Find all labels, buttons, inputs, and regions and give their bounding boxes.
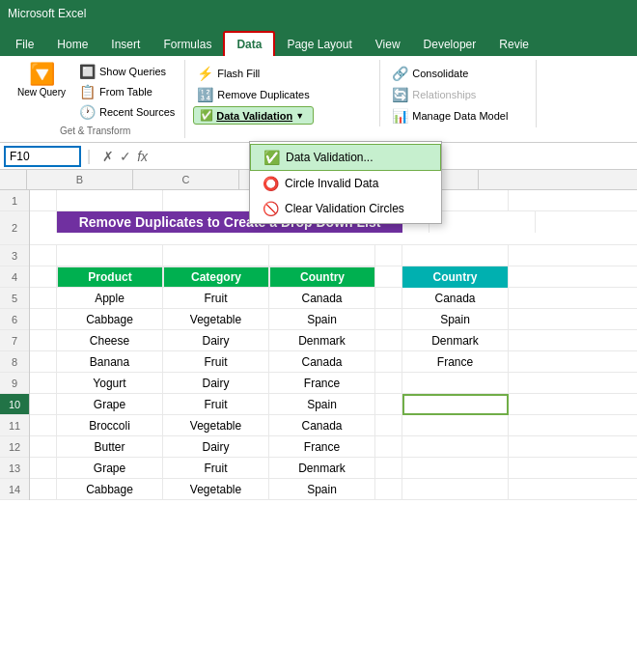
cell-d13[interactable]: Denmark (269, 458, 375, 479)
cell-f5[interactable]: Canada (402, 288, 509, 309)
tab-home[interactable]: Home (45, 33, 99, 56)
name-box[interactable] (4, 146, 81, 167)
cell-d9[interactable]: France (269, 373, 375, 394)
tab-insert[interactable]: Insert (99, 33, 152, 56)
relationships-button[interactable]: 🔄 Relationships (388, 85, 512, 104)
cell-e9[interactable] (375, 373, 402, 394)
cell-a13[interactable] (30, 458, 57, 479)
cell-e14[interactable] (375, 479, 402, 500)
from-table-button[interactable]: 📋 From Table (75, 82, 179, 101)
cell-a7[interactable] (30, 330, 57, 351)
cell-b14[interactable]: Cabbage (57, 479, 163, 500)
new-query-button[interactable]: 🔽 New Query (12, 62, 71, 100)
cell-b11[interactable]: Broccoli (57, 415, 163, 436)
formula-check-icon[interactable]: ✓ (120, 149, 131, 164)
cell-d10[interactable]: Spain (269, 394, 375, 415)
cell-e10[interactable] (375, 394, 402, 415)
cell-f13[interactable] (402, 458, 509, 479)
cell-f12[interactable] (402, 436, 509, 458)
tab-page-layout[interactable]: Page Layout (275, 33, 363, 56)
cell-d11[interactable]: Canada (269, 415, 375, 436)
side-header-country[interactable]: Country (402, 266, 509, 288)
cell-f9[interactable] (402, 373, 509, 394)
cell-b5[interactable]: Apple (57, 288, 163, 309)
cell-e11[interactable] (375, 415, 402, 436)
cell-b7[interactable]: Cheese (57, 330, 163, 351)
flash-fill-button[interactable]: ⚡ Flash Fill (193, 64, 313, 83)
cell-b13[interactable]: Grape (57, 458, 163, 479)
cell-b6[interactable]: Cabbage (57, 309, 163, 330)
header-category[interactable]: Category (163, 266, 269, 288)
cell-a10[interactable] (30, 394, 57, 415)
cell-c9[interactable]: Dairy (163, 373, 269, 394)
cell-d14[interactable]: Spain (269, 479, 375, 500)
cell-e7[interactable] (375, 330, 402, 351)
cell-c7[interactable]: Dairy (163, 330, 269, 351)
consolidate-button[interactable]: 🔗 Consolidate (388, 64, 512, 83)
cell-f14[interactable] (402, 479, 509, 500)
dropdown-item-data-validation[interactable]: ✅ Data Validation... (250, 144, 441, 171)
manage-data-model-button[interactable]: 📊 Manage Data Model (388, 106, 512, 126)
cell-a4[interactable] (30, 266, 57, 288)
cell-f8[interactable]: France (402, 351, 509, 373)
cell-c11[interactable]: Vegetable (163, 415, 269, 436)
cell-b3[interactable] (57, 245, 163, 266)
recent-sources-button[interactable]: 🕐 Recent Sources (75, 102, 179, 122)
cell-c10[interactable]: Fruit (163, 394, 269, 415)
cell-b9[interactable]: Yogurt (57, 373, 163, 394)
cell-a8[interactable] (30, 351, 57, 373)
data-validation-button[interactable]: ✅ Data Validation ▼ (193, 106, 313, 125)
cell-d12[interactable]: France (269, 436, 375, 458)
cell-e12[interactable] (375, 436, 402, 458)
cell-d8[interactable]: Canada (269, 351, 375, 373)
cell-a6[interactable] (30, 309, 57, 330)
cell-a3[interactable] (30, 245, 57, 266)
cell-b10[interactable]: Grape (57, 394, 163, 415)
cell-b12[interactable]: Butter (57, 436, 163, 458)
dropdown-item-circle-invalid[interactable]: ⭕ Circle Invalid Data (250, 171, 441, 196)
remove-duplicates-button[interactable]: 🔢 Remove Duplicates (193, 85, 313, 104)
dropdown-item-clear-circles[interactable]: 🚫 Clear Validation Circles (250, 196, 441, 221)
cell-c14[interactable]: Vegetable (163, 479, 269, 500)
cell-c8[interactable]: Fruit (163, 351, 269, 373)
cell-e5[interactable] (375, 288, 402, 309)
cell-a9[interactable] (30, 373, 57, 394)
tab-view[interactable]: View (364, 33, 412, 56)
cell-a5[interactable] (30, 288, 57, 309)
cell-c12[interactable]: Dairy (163, 436, 269, 458)
cell-a11[interactable] (30, 415, 57, 436)
formula-fx-icon[interactable]: fx (137, 149, 148, 164)
cell-e13[interactable] (375, 458, 402, 479)
cell-c13[interactable]: Fruit (163, 458, 269, 479)
cell-e4[interactable] (375, 266, 402, 288)
cell-a1[interactable] (30, 190, 57, 211)
cell-f10-selected[interactable] (402, 394, 509, 415)
cell-b8[interactable]: Banana (57, 351, 163, 373)
formula-cross-icon[interactable]: ✗ (102, 149, 114, 164)
cell-a2[interactable] (30, 211, 57, 233)
cell-e8[interactable] (375, 351, 402, 373)
cell-d6[interactable]: Spain (269, 309, 375, 330)
tab-file[interactable]: File (4, 33, 45, 56)
cell-d7[interactable]: Denmark (269, 330, 375, 351)
cell-f11[interactable] (402, 415, 509, 436)
header-country[interactable]: Country (269, 266, 375, 288)
cell-c5[interactable]: Fruit (163, 288, 269, 309)
cell-f7[interactable]: Denmark (402, 330, 509, 351)
show-queries-button[interactable]: 🔲 Show Queries (75, 62, 179, 81)
cell-e6[interactable] (375, 309, 402, 330)
header-product[interactable]: Product (57, 266, 163, 288)
cell-f6[interactable]: Spain (402, 309, 509, 330)
cell-a14[interactable] (30, 479, 57, 500)
cell-c6[interactable]: Vegetable (163, 309, 269, 330)
cell-e3[interactable] (375, 245, 402, 266)
cell-f2[interactable] (429, 211, 536, 233)
tab-formulas[interactable]: Formulas (152, 33, 223, 56)
cell-a12[interactable] (30, 436, 57, 458)
cell-d3[interactable] (269, 245, 375, 266)
tab-developer[interactable]: Developer (412, 33, 488, 56)
cell-d5[interactable]: Canada (269, 288, 375, 309)
tab-review[interactable]: Revie (487, 33, 540, 56)
cell-f3[interactable] (402, 245, 509, 266)
tab-data[interactable]: Data (223, 31, 275, 56)
